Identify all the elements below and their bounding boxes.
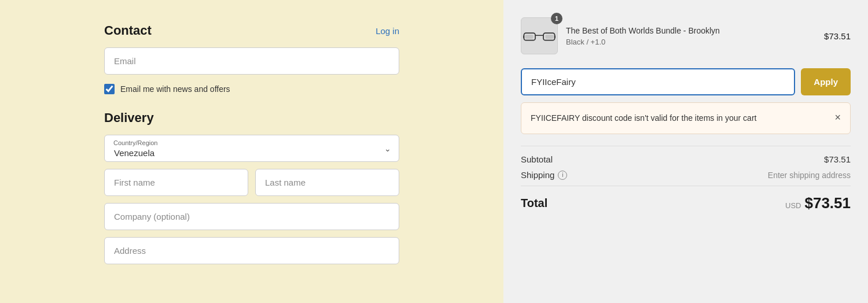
log-in-link[interactable]: Log in [376,26,399,36]
delivery-title: Delivery [104,110,399,125]
svg-rect-6 [546,35,554,39]
address-input[interactable] [104,237,399,264]
discount-row: Apply [521,68,851,95]
shipping-row: Shipping i Enter shipping address [521,170,851,180]
shipping-info-icon[interactable]: i [558,171,567,180]
apply-button[interactable]: Apply [801,68,851,95]
country-select[interactable]: Venezuela [104,135,399,162]
error-banner: FYIICEFAIRY discount code isn't valid fo… [521,102,851,134]
email-input[interactable] [104,47,399,75]
total-amount: $73.51 [804,194,851,212]
shipping-label: Shipping i [521,170,567,180]
product-name: The Best of Both Worlds Bundle - Brookly… [566,26,816,35]
left-panel: Contact Log in Email me with news and of… [0,0,503,303]
newsletter-label: Email me with news and offers [120,84,230,94]
svg-rect-5 [525,35,534,39]
subtotal-row: Subtotal $73.51 [521,154,851,164]
last-name-input[interactable] [255,169,399,196]
product-row: 1 The Best of Both Worlds Bundle - Brook… [521,17,851,54]
total-value: USD $73.51 [785,194,851,212]
product-price: $73.51 [824,31,851,41]
product-image [521,17,558,54]
divider-2 [521,186,851,186]
newsletter-checkbox[interactable] [104,84,115,94]
product-image-wrapper: 1 [521,17,558,54]
name-row [104,169,399,196]
total-label: Total [521,197,547,210]
right-panel: 1 The Best of Both Worlds Bundle - Brook… [503,0,868,303]
product-info: The Best of Both Worlds Bundle - Brookly… [566,26,816,46]
error-text: FYIICEFAIRY discount code isn't valid fo… [531,112,756,124]
contact-header: Contact Log in [104,23,399,38]
shipping-value: Enter shipping address [768,171,851,180]
first-name-input[interactable] [104,169,248,196]
subtotal-label: Subtotal [521,154,553,164]
delivery-section: Delivery Country/Region Venezuela ⌄ [104,110,399,271]
discount-input[interactable] [521,68,795,95]
product-badge: 1 [551,13,562,24]
subtotal-value: $73.51 [824,154,851,164]
product-variant: Black / +1.0 [566,38,816,46]
total-currency: USD [785,201,801,210]
company-input[interactable] [104,203,399,230]
close-icon[interactable]: × [834,112,841,123]
total-row: Total USD $73.51 [521,194,851,212]
contact-title: Contact [104,23,152,38]
newsletter-row: Email me with news and offers [104,84,399,94]
country-wrapper: Country/Region Venezuela ⌄ [104,135,399,162]
divider [521,146,851,146]
glasses-svg [523,24,556,47]
